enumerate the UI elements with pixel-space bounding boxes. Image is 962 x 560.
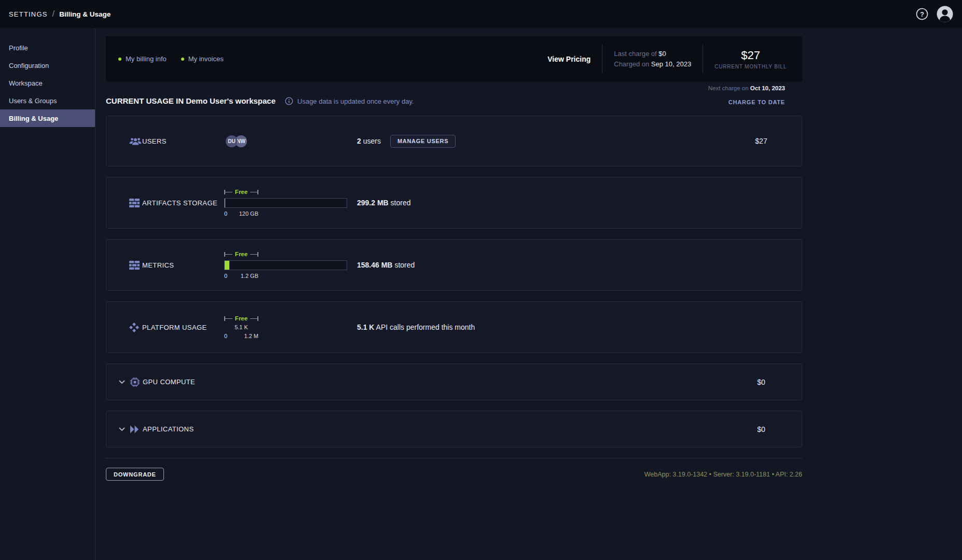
scale-min: 0 (224, 333, 227, 339)
next-charge-prefix: Next charge on (708, 85, 749, 91)
card-users: USERS DU NW 2 users MANAGE USERS $27 (106, 116, 802, 166)
artifacts-scale: 0 120 GB (224, 211, 258, 217)
platform-usage-icon (129, 323, 142, 332)
current-bill-block: $27 CURRENT MONTHLY BILL (714, 49, 787, 69)
my-invoices-link[interactable]: My invoices (181, 55, 224, 63)
metrics-value: 158.46 MB (357, 261, 392, 269)
chevron-down-icon[interactable] (119, 427, 125, 431)
usage-header: CURRENT USAGE IN Demo User's workspace U… (106, 96, 802, 105)
free-tier-bracket: Free (224, 189, 258, 195)
artifacts-usage-bar-fill (225, 199, 225, 207)
chevron-down-icon[interactable] (119, 380, 125, 384)
view-pricing-link[interactable]: View Pricing (547, 55, 590, 63)
platform-usage-block: Free 5.1 K 0 1.2 M (224, 316, 357, 339)
users-count: 2 users (357, 137, 381, 145)
metrics-usage-bar-block: Free 0 1.2 GB (224, 251, 357, 279)
billing-summary-bar: My billing info My invoices View Pricing… (106, 36, 802, 81)
metrics-scale: 0 1.2 GB (224, 273, 258, 279)
users-count-value: 2 (357, 137, 361, 145)
gpu-compute-expand-row[interactable]: GPU COMPUTE $0 (106, 364, 802, 400)
manage-users-button[interactable]: MANAGE USERS (390, 135, 456, 148)
platform-tier-usage: 5.1 K (224, 324, 258, 330)
breadcrumb-page-title: Billing & Usage (59, 10, 111, 18)
artifacts-stored-value: 299.2 MB stored (357, 199, 411, 207)
usage-section-title: CURRENT USAGE IN Demo User's workspace (106, 96, 276, 105)
breadcrumb-separator: / (52, 9, 55, 19)
breadcrumb: SETTINGS/Billing & Usage (9, 9, 111, 19)
charged-on-prefix: Charged on (614, 60, 649, 68)
sidebar-item-profile[interactable]: Profile (0, 39, 95, 57)
card-artifacts-storage: ARTIFACTS STORAGE Free 0 120 GB (106, 177, 802, 229)
version-text: WebApp: 3.19.0-1342 • Server: 3.19.0-118… (644, 471, 802, 478)
artifacts-usage-bar-block: Free 0 120 GB (224, 189, 357, 217)
artifacts-storage-icon (129, 199, 142, 207)
artifacts-usage-bar (224, 198, 347, 208)
usage-title-prefix: CURRENT USAGE IN (106, 96, 184, 105)
next-charge-text: Next charge on Oct 10, 2023 (106, 85, 785, 91)
avatar-du: DU (226, 135, 238, 147)
scale-min: 0 (224, 211, 227, 217)
next-charge-date: Oct 10, 2023 (750, 85, 785, 91)
last-charge-prefix: Last charge of (614, 50, 656, 58)
breadcrumb-settings-link[interactable]: SETTINGS (9, 10, 48, 18)
footer-divider (106, 458, 802, 458)
user-avatar-icon[interactable] (936, 5, 954, 23)
sidebar-item-configuration[interactable]: Configuration (0, 57, 95, 74)
artifacts-value-suffix: stored (391, 199, 411, 207)
settings-sidebar: Profile Configuration Workspace Users & … (0, 28, 95, 560)
artifacts-value: 299.2 MB (357, 199, 389, 207)
free-tier-label: Free (235, 189, 248, 195)
user-avatars: DU NW (224, 135, 357, 147)
applications-expand-row[interactable]: APPLICATIONS $0 (106, 411, 802, 447)
current-bill-label: CURRENT MONTHLY BILL (714, 64, 787, 69)
card-platform-usage: PLATFORM USAGE Free 5.1 K 0 1.2 M 5.1 K … (106, 301, 802, 353)
free-tier-bracket: Free (224, 251, 258, 258)
charge-to-date-label: CHARGE TO DATE (729, 99, 785, 105)
main-content: My billing info My invoices View Pricing… (95, 28, 962, 560)
card-title-users: USERS (142, 137, 167, 145)
scale-max: 1.2 GB (241, 273, 258, 279)
my-billing-info-link[interactable]: My billing info (118, 55, 167, 63)
card-title-applications: APPLICATIONS (143, 425, 194, 433)
last-charge-info: Last charge of $0 Charged on Sep 10, 202… (614, 49, 691, 69)
scale-max: 120 GB (239, 211, 258, 217)
card-title-platform: PLATFORM USAGE (142, 324, 207, 331)
applications-icon (130, 425, 143, 433)
charged-on-date: Sep 10, 2023 (651, 60, 691, 68)
svg-text:?: ? (920, 11, 924, 18)
topbar-actions: ? (915, 5, 954, 23)
usage-note-text: Usage data is updated once every day. (297, 97, 414, 105)
card-title-artifacts: ARTIFACTS STORAGE (142, 199, 217, 207)
help-icon[interactable]: ? (915, 7, 929, 21)
sidebar-item-billing-usage[interactable]: Billing & Usage (0, 109, 95, 127)
my-invoices-label: My invoices (188, 55, 224, 63)
vertical-divider (703, 45, 703, 74)
platform-scale: 0 1.2 M (224, 333, 258, 339)
card-title-metrics: METRICS (142, 261, 174, 269)
scale-min: 0 (224, 273, 227, 279)
footer: DOWNGRADE WebApp: 3.19.0-1342 • Server: … (106, 468, 802, 481)
workspace-name: Demo User's workspace (186, 96, 276, 105)
card-gpu-compute: GPU COMPUTE $0 (106, 363, 802, 400)
usage-note: Usage data is updated once every day. (285, 97, 414, 105)
charged-on-line: Charged on Sep 10, 2023 (614, 59, 691, 69)
green-dot-icon (118, 58, 121, 61)
last-charge-line: Last charge of $0 (614, 49, 691, 59)
info-icon[interactable] (285, 97, 293, 105)
vertical-divider (602, 45, 602, 74)
scale-max: 1.2 M (244, 333, 258, 339)
users-count-suffix: users (363, 137, 381, 145)
users-charge: $27 (735, 137, 787, 145)
free-tier-label: Free (235, 251, 248, 258)
downgrade-button[interactable]: DOWNGRADE (106, 468, 164, 481)
card-metrics: METRICS Free 0 1.2 GB (106, 239, 802, 291)
platform-value: 5.1 K (357, 323, 374, 331)
free-tier-label: Free (235, 316, 248, 322)
metrics-value-suffix: stored (394, 261, 415, 269)
sidebar-item-users-groups[interactable]: Users & Groups (0, 92, 95, 109)
sidebar-item-workspace[interactable]: Workspace (0, 74, 95, 92)
billing-links: My billing info My invoices (118, 55, 224, 63)
platform-calls-value: 5.1 K API calls performed this month (357, 323, 475, 331)
current-bill-amount: $27 (714, 49, 787, 62)
card-applications: APPLICATIONS $0 (106, 411, 802, 447)
